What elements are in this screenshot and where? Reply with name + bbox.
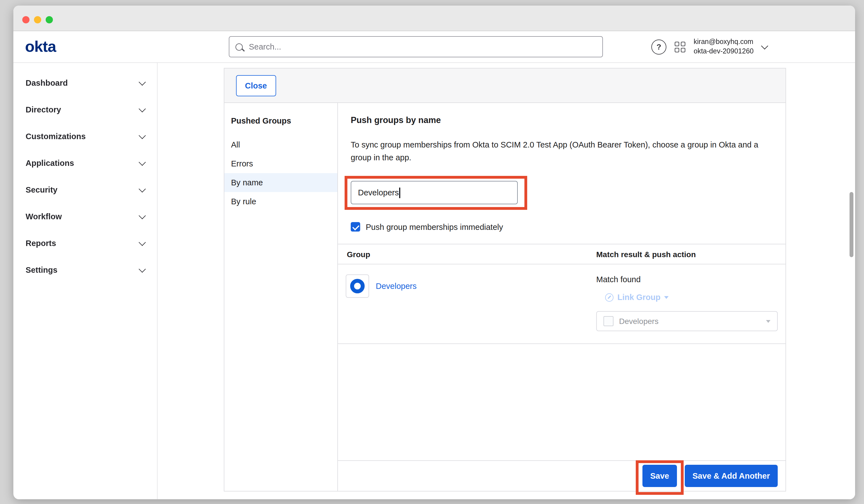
subnav-item-by-rule[interactable]: By rule (224, 192, 337, 211)
close-window-button[interactable] (22, 16, 29, 23)
panel-head: Push groups by name To sync group member… (338, 103, 785, 244)
sidebar-item-dashboard[interactable]: Dashboard (13, 70, 157, 96)
column-group: Group (338, 250, 596, 259)
account-org: okta-dev-20901260 (694, 47, 754, 56)
subnav-item-errors[interactable]: Errors (224, 154, 337, 173)
chevron-down-icon (139, 212, 146, 219)
group-avatar (346, 275, 369, 298)
panel-title: Push groups by name (351, 115, 775, 125)
grid-cell (681, 41, 685, 46)
sidebar-item-label: Customizations (26, 132, 86, 141)
sidebar-item-label: Security (26, 185, 57, 194)
target-group-value: Developers (619, 317, 760, 326)
save-button-annotation: Save (643, 465, 677, 487)
dialog-header: Close (224, 69, 785, 103)
pushed-groups-subnav: Pushed Groups All Errors By name By rule (224, 103, 338, 491)
sidebar-item-label: Directory (26, 105, 61, 114)
app-header: okta ? kiran@boxyhq.com okta-dev-2090126… (13, 31, 855, 63)
subnav-item-by-name[interactable]: By name (224, 173, 337, 192)
group-icon (350, 279, 365, 293)
sidebar-item-label: Settings (26, 265, 57, 274)
group-input-value: Developers (358, 189, 399, 197)
match-status: Match found (596, 275, 641, 284)
global-search[interactable] (229, 36, 603, 57)
app-window: okta ? kiran@boxyhq.com okta-dev-2090126… (13, 5, 855, 499)
sidebar-item-applications[interactable]: Applications (13, 150, 157, 177)
chevron-down-icon (139, 132, 146, 139)
link-icon (605, 293, 613, 302)
checkbox-checked-icon[interactable] (351, 223, 360, 232)
table-header: Group Match result & push action (338, 244, 785, 265)
group-search-input[interactable]: Developers (351, 181, 518, 205)
chevron-down-icon (139, 265, 146, 273)
sidebar-item-label: Reports (26, 239, 56, 248)
grid-cell (675, 41, 679, 46)
sidebar-item-directory[interactable]: Directory (13, 96, 157, 123)
table-row: Developers Match found Link Group (338, 265, 785, 344)
target-group-select[interactable]: Developers (596, 311, 778, 332)
group-swatch-icon (603, 316, 613, 326)
close-button[interactable]: Close (236, 75, 276, 96)
apps-grid-icon[interactable] (675, 41, 685, 52)
search-input[interactable] (248, 42, 596, 52)
column-match-result: Match result & push action (596, 250, 785, 259)
save-button[interactable]: Save (643, 465, 677, 487)
sidebar-item-settings[interactable]: Settings (13, 256, 157, 283)
subnav-title: Pushed Groups (224, 110, 337, 135)
chevron-down-icon (139, 105, 146, 112)
sidebar-item-label: Applications (26, 159, 74, 168)
empty-space (338, 344, 785, 460)
chevron-down-icon (139, 239, 146, 246)
chevron-down-icon (139, 185, 146, 192)
zoom-window-button[interactable] (46, 16, 53, 23)
push-groups-dialog: Close Pushed Groups All Errors By name B… (224, 68, 786, 491)
account-email: kiran@boxyhq.com (694, 37, 754, 47)
sidebar-item-label: Workflow (26, 212, 62, 221)
save-add-another-button[interactable]: Save & Add Another (685, 465, 778, 487)
main-area: Close Pushed Groups All Errors By name B… (158, 63, 855, 499)
caret-down-icon (664, 296, 669, 299)
content-area: Dashboard Directory Customizations Appli… (13, 63, 855, 499)
sidebar-item-reports[interactable]: Reports (13, 230, 157, 256)
push-by-name-panel: Push groups by name To sync group member… (338, 103, 785, 491)
chevron-down-icon (139, 159, 146, 166)
sidebar-item-customizations[interactable]: Customizations (13, 123, 157, 150)
grid-cell (675, 48, 679, 52)
sidebar-item-label: Dashboard (26, 79, 68, 87)
group-input-annotation: Developers (351, 181, 518, 205)
group-name-link[interactable]: Developers (376, 282, 417, 291)
link-group-action[interactable]: Link Group (605, 293, 669, 302)
chevron-down-icon[interactable] (761, 42, 768, 49)
panel-description: To sync group memberships from Okta to S… (351, 139, 766, 165)
account-info[interactable]: kiran@boxyhq.com okta-dev-20901260 (694, 37, 754, 56)
grid-cell (681, 48, 685, 52)
caret-down-icon (766, 320, 770, 323)
text-cursor (399, 188, 400, 198)
sidebar-item-workflow[interactable]: Workflow (13, 203, 157, 230)
titlebar (13, 5, 855, 31)
minimize-window-button[interactable] (34, 16, 41, 23)
chevron-down-icon (139, 79, 146, 85)
header-actions: ? kiran@boxyhq.com okta-dev-20901260 (651, 31, 767, 62)
sidebar-item-security[interactable]: Security (13, 177, 157, 203)
link-group-label: Link Group (617, 293, 661, 302)
vertical-scrollbar-thumb[interactable] (850, 192, 853, 257)
group-cell: Developers (338, 275, 596, 298)
subnav-item-all[interactable]: All (224, 135, 337, 154)
checkbox-label: Push group memberships immediately (366, 223, 503, 231)
sidebar-nav: Dashboard Directory Customizations Appli… (13, 63, 158, 499)
dialog-body: Pushed Groups All Errors By name By rule… (224, 103, 785, 491)
okta-logo: okta (25, 38, 56, 56)
push-immediately-option[interactable]: Push group memberships immediately (351, 223, 775, 232)
match-cell: Match found Link Group Developers (596, 270, 785, 332)
help-icon[interactable]: ? (651, 39, 667, 54)
search-icon (236, 43, 243, 50)
dialog-footer: Save Save & Add Another (338, 460, 785, 491)
